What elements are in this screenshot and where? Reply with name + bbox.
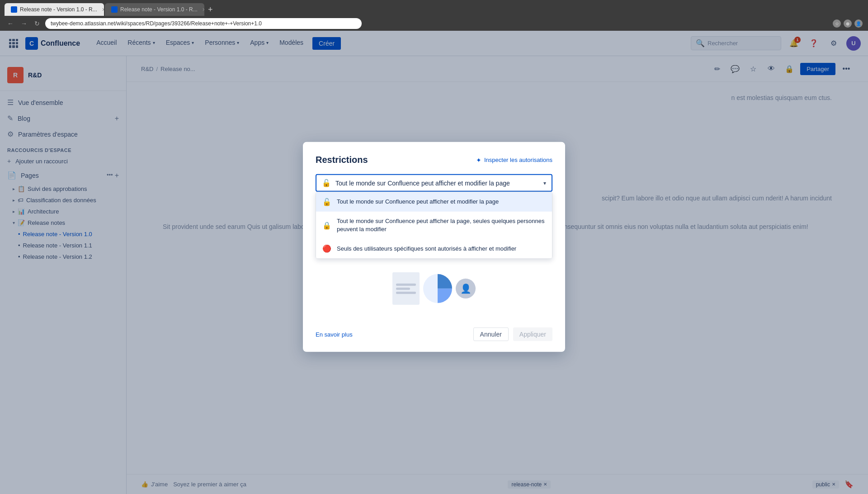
- option-2-icon: 🔒: [322, 221, 331, 230]
- modal-footer: En savoir plus Annuler Appliquer: [316, 328, 552, 341]
- bookmark-icon[interactable]: ☆: [833, 19, 841, 28]
- restriction-option-all-view-edit[interactable]: 🔓 Tout le monde sur Confluence peut affi…: [316, 192, 552, 212]
- tab-close-2[interactable]: ✕: [202, 7, 204, 13]
- inspect-label: Inspecter les autorisations: [484, 157, 552, 163]
- browser-tab-2[interactable]: Release note - Version 1.0 - R... ✕: [105, 3, 204, 16]
- inspect-link[interactable]: ✦ Inspecter les autorisations: [476, 156, 552, 163]
- extension-icon[interactable]: ⊕: [844, 19, 852, 28]
- inspect-icon: ✦: [476, 156, 481, 163]
- restrictions-modal: Restrictions ✦ Inspecter les autorisatio…: [303, 142, 565, 352]
- address-input[interactable]: [45, 18, 362, 29]
- browser-tab-1[interactable]: Release note - Version 1.0 - R... ✕: [5, 3, 104, 16]
- trigger-text: Tout le monde sur Confluence peut affich…: [335, 179, 539, 186]
- browser-actions: ☆ ⊕ 👤: [833, 19, 863, 28]
- tab-label-2: Release note - Version 1.0 - R...: [120, 6, 198, 13]
- trigger-lock-icon: 🔓: [322, 179, 331, 187]
- modal-header: Restrictions ✦ Inspecter les autorisatio…: [316, 155, 552, 165]
- cancel-button[interactable]: Annuler: [473, 328, 509, 341]
- option-1-label: Tout le monde sur Confluence peut affich…: [337, 198, 546, 206]
- restriction-dropdown-trigger[interactable]: 🔓 Tout le monde sur Confluence peut affi…: [316, 174, 552, 192]
- option-2-label: Tout le monde sur Confluence peut affich…: [337, 217, 546, 233]
- option-3-icon: 🔴: [322, 244, 331, 253]
- tab-label-1: Release note - Version 1.0 - R...: [20, 6, 97, 13]
- apply-button: Appliquer: [513, 328, 552, 341]
- modal-illustration: 👤: [316, 266, 552, 311]
- profile-icon[interactable]: 👤: [854, 19, 863, 28]
- restriction-dropdown-list: 🔓 Tout le monde sur Confluence peut affi…: [316, 192, 552, 259]
- learn-more-link[interactable]: En savoir plus: [316, 331, 353, 338]
- option-3-label: Seuls des utilisateurs spécifiques sont …: [337, 245, 546, 253]
- illustration-chart: [420, 272, 456, 305]
- forward-button[interactable]: →: [19, 19, 29, 28]
- restriction-option-all-view-some-edit[interactable]: 🔒 Tout le monde sur Confluence peut affi…: [316, 212, 552, 239]
- option-1-icon: 🔓: [322, 198, 331, 206]
- browser-chrome: Release note - Version 1.0 - R... ✕ Rele…: [0, 0, 868, 31]
- refresh-button[interactable]: ↻: [33, 19, 42, 28]
- back-button[interactable]: ←: [5, 19, 15, 28]
- trigger-chevron-icon: ▾: [543, 180, 546, 186]
- restriction-option-specific[interactable]: 🔴 Seuls des utilisateurs spécifiques son…: [316, 239, 552, 258]
- tab-close-1[interactable]: ✕: [102, 7, 104, 13]
- modal-title: Restrictions: [316, 155, 368, 165]
- browser-tabs: Release note - Version 1.0 - R... ✕ Rele…: [0, 0, 868, 16]
- modal-footer-actions: Annuler Appliquer: [473, 328, 552, 341]
- tab-favicon-1: [11, 6, 17, 13]
- browser-address-bar: ← → ↻ ☆ ⊕ 👤: [0, 16, 868, 31]
- new-tab-button[interactable]: +: [205, 5, 216, 14]
- tab-favicon-2: [111, 6, 118, 13]
